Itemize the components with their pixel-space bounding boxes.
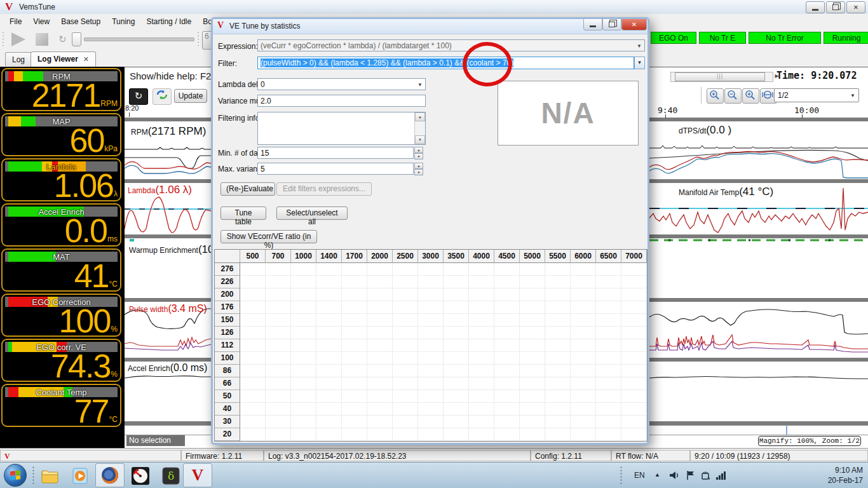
cell-66-700[interactable]: [266, 377, 291, 390]
cell-66-2500[interactable]: [393, 377, 418, 390]
select-unselect-all-button[interactable]: Select/unselect all: [276, 207, 348, 220]
cell-126-4500[interactable]: [494, 327, 520, 339]
cell-50-3500[interactable]: [444, 390, 469, 403]
cell-150-700[interactable]: [266, 314, 291, 327]
dialog-titlebar[interactable]: V VE Tune by statistics ✕: [213, 19, 648, 34]
cell-100-1400[interactable]: [316, 352, 342, 365]
cell-66-1000[interactable]: [291, 377, 316, 390]
max-variance-spinner[interactable]: ▲▼: [414, 163, 423, 175]
cell-100-5500[interactable]: [545, 352, 571, 365]
cell-150-4500[interactable]: [494, 314, 520, 327]
cell-100-4500[interactable]: [494, 352, 520, 365]
cell-40-3500[interactable]: [444, 403, 469, 416]
cell-66-3000[interactable]: [418, 377, 444, 390]
row-header-150[interactable]: 150: [215, 314, 240, 327]
delta-app-taskbar-icon[interactable]: δ: [160, 465, 182, 486]
cell-30-3500[interactable]: [444, 416, 469, 428]
cell-276-2000[interactable]: [367, 263, 393, 276]
restore-button[interactable]: [826, 1, 845, 13]
cell-276-500[interactable]: [240, 263, 266, 276]
cell-226-6500[interactable]: [596, 276, 621, 288]
cell-276-5000[interactable]: [520, 263, 545, 276]
cell-126-1700[interactable]: [342, 327, 367, 339]
row-header-66[interactable]: 66: [215, 377, 240, 390]
filtering-info-textarea[interactable]: ▲▼: [257, 112, 426, 145]
cell-200-1000[interactable]: [291, 288, 316, 301]
cell-150-6500[interactable]: [596, 314, 621, 327]
cell-276-4500[interactable]: [494, 263, 520, 276]
cell-40-5000[interactable]: [520, 403, 545, 416]
cell-226-1000[interactable]: [291, 276, 316, 288]
volume-icon[interactable]: [668, 470, 680, 483]
update-button[interactable]: Update: [174, 89, 207, 103]
cell-200-1700[interactable]: [342, 288, 367, 301]
cell-150-1400[interactable]: [316, 314, 342, 327]
cell-226-1700[interactable]: [342, 276, 367, 288]
col-header-4500[interactable]: 4500: [494, 250, 520, 263]
cell-226-1400[interactable]: [316, 276, 342, 288]
cell-176-5500[interactable]: [545, 301, 571, 314]
cell-40-1700[interactable]: [342, 403, 367, 416]
cell-50-4500[interactable]: [494, 390, 520, 403]
cell-66-5500[interactable]: [545, 377, 571, 390]
cell-30-500[interactable]: [240, 416, 266, 428]
cell-176-6500[interactable]: [596, 301, 621, 314]
cell-50-1700[interactable]: [342, 390, 367, 403]
cell-50-1400[interactable]: [316, 390, 342, 403]
cell-112-1700[interactable]: [342, 339, 367, 352]
expression-combo[interactable]: (veCurr * egoCorrection * lambda) / (lam…: [257, 39, 645, 51]
cell-30-4500[interactable]: [494, 416, 520, 428]
cell-126-4000[interactable]: [469, 327, 494, 339]
cell-226-3500[interactable]: [444, 276, 469, 288]
ve-statistics-table[interactable]: 5007001000140017002000250030003500400045…: [214, 249, 648, 442]
cell-226-5000[interactable]: [520, 276, 545, 288]
row-header-20[interactable]: 20: [215, 428, 240, 441]
spin-down-icon[interactable]: ▼: [414, 153, 423, 159]
cell-66-3500[interactable]: [444, 377, 469, 390]
row-header-176[interactable]: 176: [215, 301, 240, 314]
cell-276-2500[interactable]: [393, 263, 418, 276]
cell-112-2500[interactable]: [393, 339, 418, 352]
toolbar-grip[interactable]: [2, 31, 4, 48]
variance-multiplier-input[interactable]: 2.0: [257, 95, 426, 107]
cell-112-700[interactable]: [266, 339, 291, 352]
cell-112-2000[interactable]: [367, 339, 393, 352]
cell-40-3000[interactable]: [418, 403, 444, 416]
cell-86-1000[interactable]: [291, 365, 316, 377]
cell-226-3000[interactable]: [418, 276, 444, 288]
stop-button[interactable]: [36, 33, 48, 46]
cell-226-5500[interactable]: [545, 276, 571, 288]
cell-86-3500[interactable]: [444, 365, 469, 377]
cell-276-3500[interactable]: [444, 263, 469, 276]
tray-grip[interactable]: [620, 466, 623, 485]
cell-112-6500[interactable]: [596, 339, 621, 352]
menu-file[interactable]: File: [4, 15, 27, 28]
cell-100-3000[interactable]: [418, 352, 444, 365]
col-header-5500[interactable]: 5500: [545, 250, 571, 263]
cell-50-4000[interactable]: [469, 390, 494, 403]
cell-30-1400[interactable]: [316, 416, 342, 428]
cell-86-1700[interactable]: [342, 365, 367, 377]
cell-100-1000[interactable]: [291, 352, 316, 365]
close-button[interactable]: ✕: [846, 1, 865, 13]
col-header-700[interactable]: 700: [266, 250, 291, 263]
textarea-scrollbar[interactable]: ▲▼: [414, 112, 425, 144]
cell-40-2500[interactable]: [393, 403, 418, 416]
cell-200-5000[interactable]: [520, 288, 545, 301]
cell-200-3500[interactable]: [444, 288, 469, 301]
cell-30-700[interactable]: [266, 416, 291, 428]
cell-176-3000[interactable]: [418, 301, 444, 314]
vemstune-taskbar-button[interactable]: V: [183, 463, 212, 487]
accel-strip-chart-right[interactable]: [649, 362, 868, 421]
row-header-30[interactable]: 30: [215, 416, 240, 428]
cell-86-4500[interactable]: [494, 365, 520, 377]
cell-126-5000[interactable]: [520, 327, 545, 339]
min-data-input[interactable]: 15: [257, 147, 414, 159]
cell-226-6000[interactable]: [571, 276, 596, 288]
menu-base-setup[interactable]: Base Setup: [55, 15, 106, 28]
zoom-reset-button[interactable]: [742, 88, 759, 104]
cell-40-4500[interactable]: [494, 403, 520, 416]
cell-30-5500[interactable]: [545, 416, 571, 428]
tab-log-viewer[interactable]: Log Viewer✕: [31, 51, 96, 67]
menu-starting-idle[interactable]: Starting / Idle: [140, 15, 197, 28]
